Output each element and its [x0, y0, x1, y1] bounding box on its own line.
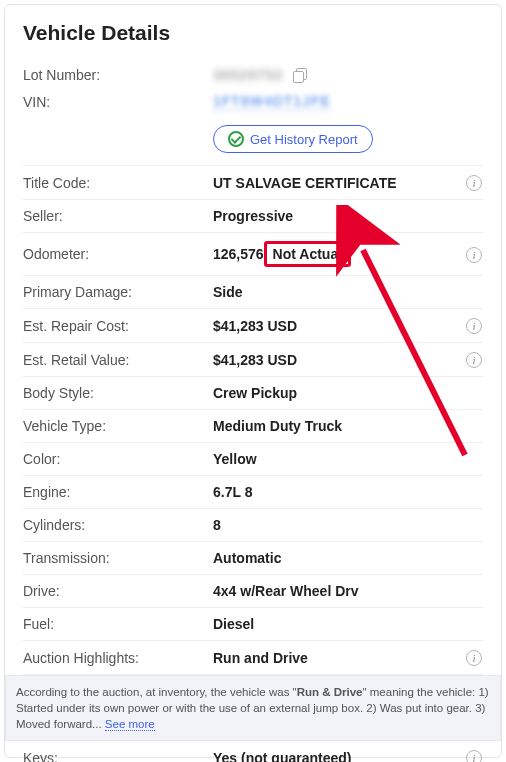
value-lot-number: 36529752: [213, 67, 483, 83]
label-cylinders: Cylinders:: [23, 517, 213, 533]
value-color: Yellow: [213, 451, 483, 467]
row-color: Color: Yellow: [23, 443, 483, 476]
row-repair-cost: Est. Repair Cost: $41,283 USD i: [23, 309, 483, 343]
label-repair-cost: Est. Repair Cost:: [23, 318, 213, 334]
value-repair-cost: $41,283 USD: [213, 318, 465, 334]
label-fuel: Fuel:: [23, 616, 213, 632]
value-title-code: UT SALVAGE CERTIFICATE: [213, 175, 465, 191]
label-odometer: Odometer:: [23, 246, 213, 262]
row-keys: Keys: Yes (not guaranteed) i: [23, 741, 483, 762]
row-vin: VIN: 1FT8W4DT1JFE: [23, 91, 483, 119]
value-fuel: Diesel: [213, 616, 483, 632]
label-color: Color:: [23, 451, 213, 467]
vin-text: 1FT8W4DT1JFE: [213, 93, 331, 111]
vehicle-details-card: Vehicle Details Lot Number: 36529752 VIN…: [4, 4, 502, 758]
label-transmission: Transmission:: [23, 550, 213, 566]
row-highlights: Auction Highlights: Run and Drive i: [23, 641, 483, 675]
value-odometer: 126,576 Not Actual: [213, 241, 465, 267]
row-transmission: Transmission: Automatic: [23, 542, 483, 575]
value-body-style: Crew Pickup: [213, 385, 483, 401]
info-icon[interactable]: i: [465, 749, 483, 762]
row-vehicle-type: Vehicle Type: Medium Duty Truck: [23, 410, 483, 443]
row-body-style: Body Style: Crew Pickup: [23, 377, 483, 410]
label-body-style: Body Style:: [23, 385, 213, 401]
value-keys: Yes (not guaranteed): [213, 750, 465, 762]
copy-icon[interactable]: [293, 68, 307, 82]
value-retail-value: $41,283 USD: [213, 352, 465, 368]
info-icon[interactable]: i: [465, 351, 483, 368]
value-cylinders: 8: [213, 517, 483, 533]
value-drive: 4x4 w/Rear Wheel Drv: [213, 583, 483, 599]
label-highlights: Auction Highlights:: [23, 650, 213, 666]
row-title-code: Title Code: UT SALVAGE CERTIFICATE i: [23, 166, 483, 200]
label-title-code: Title Code:: [23, 175, 213, 191]
value-vin: 1FT8W4DT1JFE: [213, 93, 483, 111]
info-icon[interactable]: i: [465, 174, 483, 191]
note-bold: Run & Drive: [297, 686, 363, 698]
label-engine: Engine:: [23, 484, 213, 500]
value-seller: Progressive: [213, 208, 483, 224]
history-button-label: Get History Report: [250, 132, 358, 147]
label-retail-value: Est. Retail Value:: [23, 352, 213, 368]
info-icon[interactable]: i: [465, 317, 483, 334]
odometer-number: 126,576: [213, 246, 264, 262]
page-title: Vehicle Details: [23, 21, 483, 45]
value-vehicle-type: Medium Duty Truck: [213, 418, 483, 434]
label-vin: VIN:: [23, 94, 213, 110]
get-history-report-button[interactable]: Get History Report: [213, 125, 373, 153]
value-primary-damage: Side: [213, 284, 483, 300]
label-drive: Drive:: [23, 583, 213, 599]
label-vehicle-type: Vehicle Type:: [23, 418, 213, 434]
lot-number-text: 36529752: [213, 67, 283, 83]
row-cylinders: Cylinders: 8: [23, 509, 483, 542]
row-lot-number: Lot Number: 36529752: [23, 59, 483, 91]
checkmark-icon: [228, 131, 244, 147]
row-odometer: Odometer: 126,576 Not Actual i: [23, 233, 483, 276]
row-engine: Engine: 6.7L 8: [23, 476, 483, 509]
info-icon[interactable]: i: [465, 649, 483, 666]
odometer-red-highlight: Not Actual: [264, 241, 351, 267]
value-engine: 6.7L 8: [213, 484, 483, 500]
row-fuel: Fuel: Diesel: [23, 608, 483, 641]
info-icon[interactable]: i: [465, 246, 483, 263]
label-lot-number: Lot Number:: [23, 67, 213, 83]
label-seller: Seller:: [23, 208, 213, 224]
value-highlights: Run and Drive: [213, 650, 465, 666]
label-keys: Keys:: [23, 750, 213, 762]
auction-note: According to the auction, at inventory, …: [5, 675, 501, 741]
odometer-status: Not Actual: [273, 246, 342, 262]
value-transmission: Automatic: [213, 550, 483, 566]
label-primary-damage: Primary Damage:: [23, 284, 213, 300]
note-prefix: According to the auction, at inventory, …: [16, 686, 297, 698]
row-drive: Drive: 4x4 w/Rear Wheel Drv: [23, 575, 483, 608]
row-history: Get History Report: [23, 119, 483, 166]
row-seller: Seller: Progressive: [23, 200, 483, 233]
see-more-link[interactable]: See more: [105, 718, 155, 731]
row-retail-value: Est. Retail Value: $41,283 USD i: [23, 343, 483, 377]
row-primary-damage: Primary Damage: Side: [23, 276, 483, 309]
